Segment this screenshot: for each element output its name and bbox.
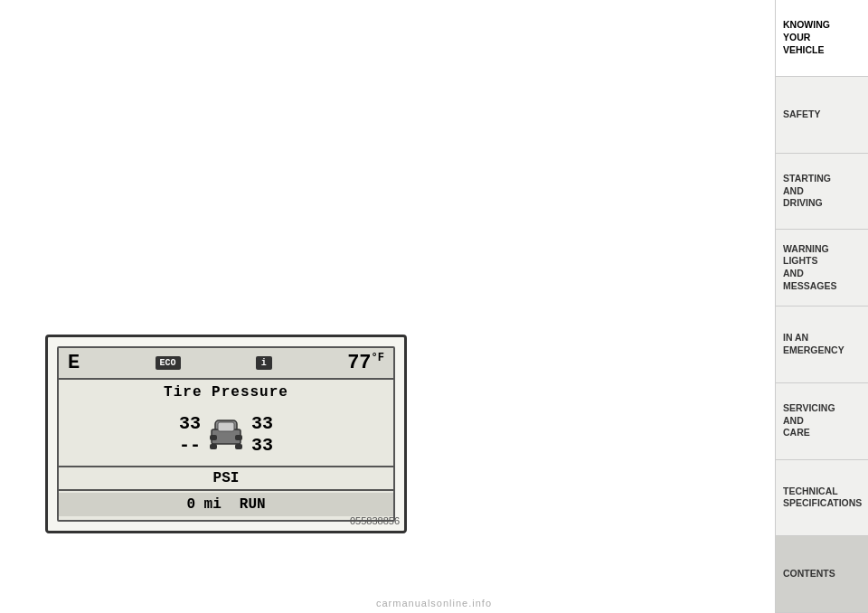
sidebar-item-contents-label: CONTENTS <box>783 568 835 580</box>
sidebar-item-knowing[interactable]: KNOWINGYOURVEHICLE <box>776 0 868 77</box>
car-icon <box>208 410 244 459</box>
sidebar-item-technical[interactable]: TECHNICALSPECIFICATIONS <box>776 460 868 537</box>
main-content: E ECO i 77°F Tire Pressure 33 -- <box>0 0 775 613</box>
display-topbar: E ECO i 77°F <box>59 348 393 380</box>
sidebar-item-emergency-label: IN ANEMERGENCY <box>783 332 844 356</box>
front-right-value: 33 <box>251 415 273 433</box>
tire-values-right: 33 33 <box>251 415 273 455</box>
sidebar-item-contents[interactable]: CONTENTS <box>776 536 868 613</box>
display-info-icon: i <box>256 356 272 370</box>
display-container: E ECO i 77°F Tire Pressure 33 -- <box>45 335 407 533</box>
sidebar: KNOWINGYOURVEHICLE SAFETY STARTINGANDDRI… <box>775 0 868 613</box>
sidebar-item-safety-label: SAFETY <box>783 108 820 121</box>
svg-rect-2 <box>210 435 217 440</box>
svg-rect-6 <box>218 422 234 431</box>
tire-values-left: 33 -- <box>179 415 201 455</box>
sidebar-item-servicing[interactable]: SERVICINGANDCARE <box>776 383 868 460</box>
front-left-value: 33 <box>179 415 201 433</box>
sidebar-item-warning-label: WARNINGLIGHTSANDMESSAGES <box>783 243 837 293</box>
pressure-unit: PSI <box>59 466 393 491</box>
display-e-label: E <box>68 352 80 374</box>
rear-right-value: 33 <box>251 437 273 455</box>
display-temp: 77°F <box>347 352 384 374</box>
sidebar-item-knowing-label: KNOWINGYOURVEHICLE <box>783 19 830 56</box>
svg-rect-5 <box>235 444 242 449</box>
image-number: 055838856 <box>350 515 400 526</box>
sidebar-item-starting-label: STARTINGANDDRIVING <box>783 173 831 210</box>
display-screen: E ECO i 77°F Tire Pressure 33 -- <box>57 346 395 522</box>
rear-left-value: -- <box>179 437 201 455</box>
svg-rect-3 <box>235 435 242 440</box>
tire-pressure-title: Tire Pressure <box>59 380 393 405</box>
sidebar-item-warning[interactable]: WARNINGLIGHTSANDMESSAGES <box>776 230 868 306</box>
sidebar-item-emergency[interactable]: IN ANEMERGENCY <box>776 306 868 383</box>
display-eco-label: ECO <box>156 356 181 370</box>
sidebar-item-starting[interactable]: STARTINGANDDRIVING <box>776 154 868 231</box>
sidebar-item-servicing-label: SERVICINGANDCARE <box>783 402 835 439</box>
svg-rect-4 <box>210 444 217 449</box>
display-bottom: 0 mi RUN <box>59 493 393 516</box>
tire-grid: 33 -- <box>59 405 393 464</box>
odometer-value: 0 mi <box>186 496 221 513</box>
sidebar-item-technical-label: TECHNICALSPECIFICATIONS <box>783 486 862 510</box>
run-label: RUN <box>240 496 266 513</box>
sidebar-item-safety[interactable]: SAFETY <box>776 77 868 154</box>
watermark: carmanualsonline.info <box>376 598 492 608</box>
